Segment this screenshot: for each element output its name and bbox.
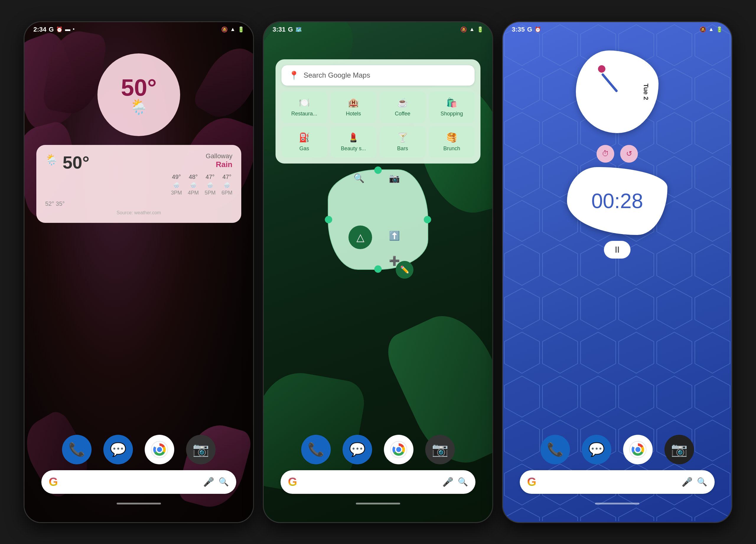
category-restaurants[interactable]: 🍽️ Restaura... <box>281 92 327 123</box>
weather-circle: 50° 🌦️ <box>97 53 180 136</box>
search-icons-2: 🎤 🔍 <box>442 477 468 487</box>
widget-share-btn[interactable]: ⬆️ <box>384 226 405 246</box>
weather-card-right: Galloway Rain 49° 🌧️ 3PM 48° 🌧️ <box>171 152 232 196</box>
location-pin-icon: 📍 <box>289 71 299 80</box>
mute-icon-3: 🔕 <box>700 26 706 33</box>
widget-search-btn[interactable]: 🔍 <box>348 168 369 189</box>
weather-location: Galloway <box>171 152 232 160</box>
clock-status-icon-1: ⏰ <box>56 26 63 33</box>
time-display-3: 3:35 <box>512 26 525 33</box>
gas-icon: ⛽ <box>299 132 310 143</box>
category-beauty[interactable]: 💄 Beauty s... <box>331 126 377 158</box>
google-search-bar-1[interactable]: G 🎤 🔍 <box>41 470 236 494</box>
lens-icon-3[interactable]: 🔍 <box>697 477 707 487</box>
handle-right[interactable] <box>424 216 431 223</box>
time-display-1: 2:34 <box>33 26 46 33</box>
phone-app-3[interactable]: 📞 <box>540 435 570 464</box>
camera-app-1[interactable]: 📷 <box>186 435 216 464</box>
mute-icon-1: 🔕 <box>221 26 228 33</box>
bars-icon: 🍸 <box>397 132 408 143</box>
clock-hour-hand <box>601 73 618 92</box>
status-right-2: 🔕 ▲ 🔋 <box>460 26 483 33</box>
maps-search-text: Search Google Maps <box>304 71 467 79</box>
status-left-1: 2:34 G ⏰ ▬ • <box>33 26 74 33</box>
hotels-label: Hotels <box>346 111 361 117</box>
category-shopping[interactable]: 🛍️ Shopping <box>429 92 475 123</box>
messages-app-1[interactable]: 💬 <box>103 435 133 464</box>
category-hotels[interactable]: 🏨 Hotels <box>331 92 377 123</box>
svg-point-10 <box>636 447 641 452</box>
mute-icon-2: 🔕 <box>460 26 467 33</box>
lens-icon-1[interactable]: 🔍 <box>219 477 229 487</box>
timer-widget: ⏱ ↺ 00:28 ⏸ <box>503 145 731 259</box>
google-search-bar-2[interactable]: G 🎤 🔍 <box>281 470 475 494</box>
maps-categories: 🍽️ Restaura... 🏨 Hotels ☕ Coffee 🛍️ Shop… <box>281 92 475 158</box>
dot-1: • <box>73 26 74 32</box>
lens-icon-2[interactable]: 🔍 <box>458 477 468 487</box>
home-indicator-1 <box>117 503 161 504</box>
weather-temp-large: 50° <box>121 74 157 101</box>
analog-clock: Tue 2 <box>576 51 659 133</box>
status-right-1: 🔕 ▲ 🔋 <box>221 26 244 33</box>
maps-widget: 📍 Search Google Maps 🍽️ Restaura... 🏨 Ho… <box>276 59 480 164</box>
chrome-app-3[interactable] <box>623 435 653 464</box>
svg-point-2 <box>157 447 162 452</box>
coffee-icon: ☕ <box>397 97 408 108</box>
beauty-label: Beauty s... <box>341 146 366 152</box>
handle-left[interactable] <box>325 216 332 223</box>
widget-camera-btn[interactable]: 📷 <box>384 168 405 189</box>
messages-app-3[interactable]: 💬 <box>582 435 611 464</box>
edit-pencil-btn[interactable]: ✏️ <box>396 261 413 278</box>
battery-icon-2: 🔋 <box>477 26 483 33</box>
mic-icon-3[interactable]: 🎤 <box>682 477 693 487</box>
g-logo-2: G <box>288 475 297 488</box>
category-coffee[interactable]: ☕ Coffee <box>380 92 426 123</box>
hourly-3pm: 49° 🌧️ 3PM <box>171 174 182 196</box>
weather-condition: Rain <box>171 160 232 169</box>
category-bars[interactable]: 🍸 Bars <box>380 126 426 158</box>
reset-btn[interactable]: ↺ <box>620 145 638 163</box>
phone-container: 2:34 G ⏰ ▬ • 🔕 ▲ 🔋 50° 🌦️ <box>0 0 756 544</box>
widget-editor: 🔍 📷 △ ⬆️ ➕ ✏️ <box>276 170 480 270</box>
maps-search-bar[interactable]: 📍 Search Google Maps <box>281 65 475 86</box>
clock-widget: Tue 2 <box>503 51 731 133</box>
widget-assistant-btn[interactable]: △ <box>348 226 372 249</box>
wifi-icon-1: ▲ <box>230 26 235 32</box>
app-row-1: 📞 💬 📷 <box>62 435 216 464</box>
mic-icon-1[interactable]: 🎤 <box>203 477 214 487</box>
clock-status-icon-3: ⏰ <box>535 26 541 33</box>
chrome-app-1[interactable] <box>145 435 174 464</box>
restaurants-label: Restaura... <box>291 111 317 117</box>
category-brunch[interactable]: 🥞 Brunch <box>429 126 475 158</box>
category-gas[interactable]: ⛽ Gas <box>281 126 327 158</box>
brunch-label: Brunch <box>443 146 460 152</box>
phone-2: 3:31 G 🗺️ 🔕 ▲ 🔋 📍 Search Google Maps <box>263 21 493 523</box>
phone-app-2[interactable]: 📞 <box>301 435 331 464</box>
handle-bottom[interactable] <box>374 266 382 273</box>
coffee-label: Coffee <box>395 111 410 117</box>
app-row-2: 📞 💬 📷 <box>301 435 455 464</box>
camera-app-3[interactable]: 📷 <box>664 435 694 464</box>
camera-app-2[interactable]: 📷 <box>425 435 455 464</box>
g-icon-2: G <box>288 26 293 33</box>
mic-icon-2[interactable]: 🎤 <box>442 477 453 487</box>
screen-icon-1: ▬ <box>65 26 70 32</box>
weather-card-left: 🌦️ 50° <box>45 152 89 173</box>
handle-top[interactable] <box>374 167 382 174</box>
weather-source: Source: weather.com <box>45 210 232 216</box>
phone-3: 3:35 G ⏰ 🔕 ▲ 🔋 Tue 2 <box>502 21 732 523</box>
status-right-3: 🔕 ▲ 🔋 <box>700 26 723 33</box>
messages-app-2[interactable]: 💬 <box>343 435 372 464</box>
stopwatch-btn[interactable]: ⏱ <box>597 145 614 163</box>
home-indicator-2 <box>356 503 400 504</box>
clock-dot <box>598 65 605 73</box>
clock-date-label: Tue 2 <box>642 84 650 100</box>
chrome-app-2[interactable] <box>384 435 413 464</box>
weather-card-header: 🌦️ 50° Galloway Rain 49° 🌧️ 3PM <box>45 152 232 196</box>
timer-pause-btn[interactable]: ⏸ <box>604 241 630 259</box>
hourly-5pm: 47° 🌧️ 5PM <box>205 174 216 196</box>
phone-app-1[interactable]: 📞 <box>62 435 92 464</box>
status-bar-2: 3:31 G 🗺️ 🔕 ▲ 🔋 <box>264 22 492 36</box>
google-search-bar-3[interactable]: G 🎤 🔍 <box>520 470 715 494</box>
phone-1: 2:34 G ⏰ ▬ • 🔕 ▲ 🔋 50° 🌦️ <box>24 21 254 523</box>
